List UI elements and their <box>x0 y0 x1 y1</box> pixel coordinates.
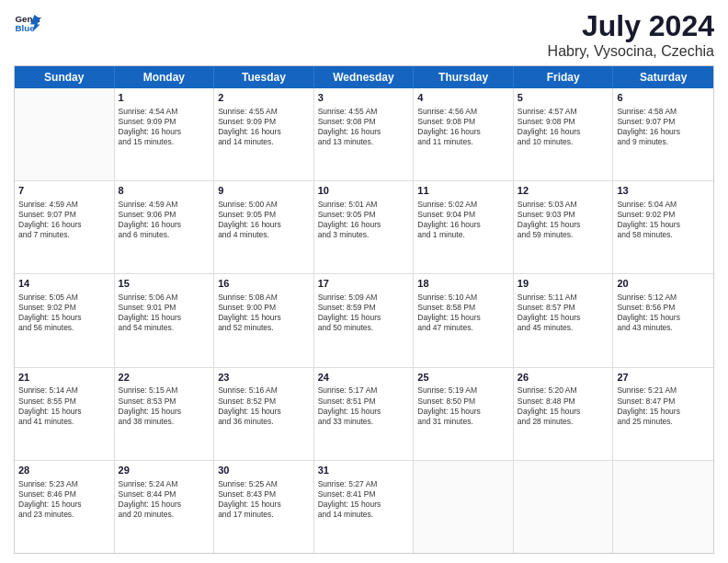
cell-info: Sunrise: 4:59 AM Sunset: 9:06 PM Dayligh… <box>119 200 210 240</box>
day-number: 24 <box>318 371 410 385</box>
cell-info: Sunrise: 5:08 AM Sunset: 9:00 PM Dayligh… <box>218 293 310 333</box>
calendar-cell: 8Sunrise: 4:59 AM Sunset: 9:06 PM Daylig… <box>115 181 215 273</box>
cell-info: Sunrise: 5:21 AM Sunset: 8:47 PM Dayligh… <box>617 385 710 426</box>
day-number: 5 <box>518 91 609 105</box>
day-number: 13 <box>617 184 710 198</box>
cell-info: Sunrise: 4:55 AM Sunset: 9:08 PM Dayligh… <box>318 107 410 147</box>
calendar-cell: 17Sunrise: 5:09 AM Sunset: 8:59 PM Dayli… <box>314 274 415 366</box>
calendar-cell: 12Sunrise: 5:03 AM Sunset: 9:03 PM Dayli… <box>514 181 614 273</box>
calendar-cell: 22Sunrise: 5:15 AM Sunset: 8:53 PM Dayli… <box>115 368 215 460</box>
day-number: 15 <box>119 277 210 291</box>
cell-info: Sunrise: 5:06 AM Sunset: 9:01 PM Dayligh… <box>119 293 210 333</box>
calendar-week-row: 7Sunrise: 4:59 AM Sunset: 9:07 PM Daylig… <box>15 181 713 274</box>
calendar-cell: 1Sunrise: 4:54 AM Sunset: 9:09 PM Daylig… <box>115 88 215 180</box>
day-number: 12 <box>518 184 609 198</box>
day-number: 6 <box>617 91 710 105</box>
day-number: 9 <box>218 184 310 198</box>
cell-info: Sunrise: 5:09 AM Sunset: 8:59 PM Dayligh… <box>318 293 410 333</box>
title-block: July 2024 Habry, Vysocina, Czechia <box>548 9 714 60</box>
cell-info: Sunrise: 5:16 AM Sunset: 8:52 PM Dayligh… <box>218 385 310 426</box>
day-number: 29 <box>119 464 210 477</box>
day-number: 20 <box>617 277 710 291</box>
calendar-week-row: 14Sunrise: 5:05 AM Sunset: 9:02 PM Dayli… <box>15 274 713 367</box>
calendar-cell: 20Sunrise: 5:12 AM Sunset: 8:56 PM Dayli… <box>613 274 713 366</box>
svg-text:Blue: Blue <box>16 23 36 33</box>
day-number: 17 <box>318 277 410 291</box>
calendar-cell: 19Sunrise: 5:11 AM Sunset: 8:57 PM Dayli… <box>514 274 614 366</box>
cell-info: Sunrise: 4:57 AM Sunset: 9:08 PM Dayligh… <box>518 107 609 147</box>
cell-info: Sunrise: 4:58 AM Sunset: 9:07 PM Dayligh… <box>617 107 710 147</box>
day-number: 28 <box>18 464 110 477</box>
cell-info: Sunrise: 5:20 AM Sunset: 8:48 PM Dayligh… <box>518 385 609 426</box>
day-header: Wednesday <box>314 66 415 88</box>
day-number: 21 <box>18 371 110 385</box>
cell-info: Sunrise: 4:56 AM Sunset: 9:08 PM Dayligh… <box>417 107 509 147</box>
calendar-cell: 5Sunrise: 4:57 AM Sunset: 9:08 PM Daylig… <box>514 88 614 180</box>
day-number: 31 <box>318 464 410 477</box>
day-number: 22 <box>119 371 210 385</box>
calendar-cell: 3Sunrise: 4:55 AM Sunset: 9:08 PM Daylig… <box>314 88 415 180</box>
day-number: 11 <box>417 184 509 198</box>
calendar-week-row: 28Sunrise: 5:23 AM Sunset: 8:46 PM Dayli… <box>15 461 713 553</box>
day-number: 19 <box>518 277 609 291</box>
calendar-cell: 13Sunrise: 5:04 AM Sunset: 9:02 PM Dayli… <box>613 181 713 273</box>
cell-info: Sunrise: 5:04 AM Sunset: 9:02 PM Dayligh… <box>617 200 710 240</box>
calendar-cell: 23Sunrise: 5:16 AM Sunset: 8:52 PM Dayli… <box>214 368 314 460</box>
day-number: 27 <box>617 371 710 385</box>
calendar-body: 1Sunrise: 4:54 AM Sunset: 9:09 PM Daylig… <box>15 88 713 553</box>
day-header: Saturday <box>613 66 713 88</box>
logo-icon: General Blue <box>14 9 41 37</box>
cell-info: Sunrise: 5:25 AM Sunset: 8:43 PM Dayligh… <box>218 479 310 520</box>
calendar: SundayMondayTuesdayWednesdayThursdayFrid… <box>14 65 714 554</box>
cell-info: Sunrise: 5:27 AM Sunset: 8:41 PM Dayligh… <box>318 479 410 520</box>
day-header: Tuesday <box>214 66 314 88</box>
cell-info: Sunrise: 5:15 AM Sunset: 8:53 PM Dayligh… <box>119 385 210 426</box>
calendar-cell: 24Sunrise: 5:17 AM Sunset: 8:51 PM Dayli… <box>314 368 415 460</box>
calendar-cell: 10Sunrise: 5:01 AM Sunset: 9:05 PM Dayli… <box>314 181 415 273</box>
cell-info: Sunrise: 5:23 AM Sunset: 8:46 PM Dayligh… <box>18 479 110 520</box>
day-number: 8 <box>119 184 210 198</box>
calendar-cell <box>15 88 115 180</box>
day-header: Monday <box>115 66 215 88</box>
cell-info: Sunrise: 5:11 AM Sunset: 8:57 PM Dayligh… <box>518 293 609 333</box>
calendar-cell: 21Sunrise: 5:14 AM Sunset: 8:55 PM Dayli… <box>15 368 115 460</box>
day-number: 30 <box>218 464 310 477</box>
cell-info: Sunrise: 4:55 AM Sunset: 9:09 PM Dayligh… <box>218 107 310 147</box>
calendar-cell: 25Sunrise: 5:19 AM Sunset: 8:50 PM Dayli… <box>414 368 514 460</box>
subtitle: Habry, Vysocina, Czechia <box>548 43 714 60</box>
day-number: 14 <box>18 277 110 291</box>
calendar-cell: 28Sunrise: 5:23 AM Sunset: 8:46 PM Dayli… <box>15 461 115 553</box>
day-number: 16 <box>218 277 310 291</box>
calendar-cell: 9Sunrise: 5:00 AM Sunset: 9:05 PM Daylig… <box>214 181 314 273</box>
day-number: 7 <box>18 184 110 198</box>
cell-info: Sunrise: 5:02 AM Sunset: 9:04 PM Dayligh… <box>417 200 509 240</box>
calendar-cell: 6Sunrise: 4:58 AM Sunset: 9:07 PM Daylig… <box>613 88 713 180</box>
calendar-cell <box>514 461 614 553</box>
header: General Blue July 2024 Habry, Vysocina, … <box>14 9 714 60</box>
day-number: 18 <box>417 277 509 291</box>
calendar-week-row: 21Sunrise: 5:14 AM Sunset: 8:55 PM Dayli… <box>15 368 713 461</box>
day-number: 2 <box>218 91 310 105</box>
cell-info: Sunrise: 4:54 AM Sunset: 9:09 PM Dayligh… <box>119 107 210 147</box>
calendar-cell <box>414 461 514 553</box>
day-number: 10 <box>318 184 410 198</box>
calendar-cell: 4Sunrise: 4:56 AM Sunset: 9:08 PM Daylig… <box>414 88 514 180</box>
day-number: 1 <box>119 91 210 105</box>
day-number: 26 <box>518 371 609 385</box>
day-number: 25 <box>417 371 509 385</box>
cell-info: Sunrise: 5:03 AM Sunset: 9:03 PM Dayligh… <box>518 200 609 240</box>
calendar-week-row: 1Sunrise: 4:54 AM Sunset: 9:09 PM Daylig… <box>15 88 713 181</box>
cell-info: Sunrise: 5:05 AM Sunset: 9:02 PM Dayligh… <box>18 293 110 333</box>
cell-info: Sunrise: 5:12 AM Sunset: 8:56 PM Dayligh… <box>617 293 710 333</box>
calendar-cell: 31Sunrise: 5:27 AM Sunset: 8:41 PM Dayli… <box>314 461 415 553</box>
calendar-cell: 16Sunrise: 5:08 AM Sunset: 9:00 PM Dayli… <box>214 274 314 366</box>
cell-info: Sunrise: 4:59 AM Sunset: 9:07 PM Dayligh… <box>18 200 110 240</box>
calendar-cell: 11Sunrise: 5:02 AM Sunset: 9:04 PM Dayli… <box>414 181 514 273</box>
page: General Blue July 2024 Habry, Vysocina, … <box>0 0 728 563</box>
cell-info: Sunrise: 5:01 AM Sunset: 9:05 PM Dayligh… <box>318 200 410 240</box>
cell-info: Sunrise: 5:19 AM Sunset: 8:50 PM Dayligh… <box>417 385 509 426</box>
day-number: 3 <box>318 91 410 105</box>
day-header: Friday <box>514 66 614 88</box>
cell-info: Sunrise: 5:00 AM Sunset: 9:05 PM Dayligh… <box>218 200 310 240</box>
calendar-cell: 2Sunrise: 4:55 AM Sunset: 9:09 PM Daylig… <box>214 88 314 180</box>
